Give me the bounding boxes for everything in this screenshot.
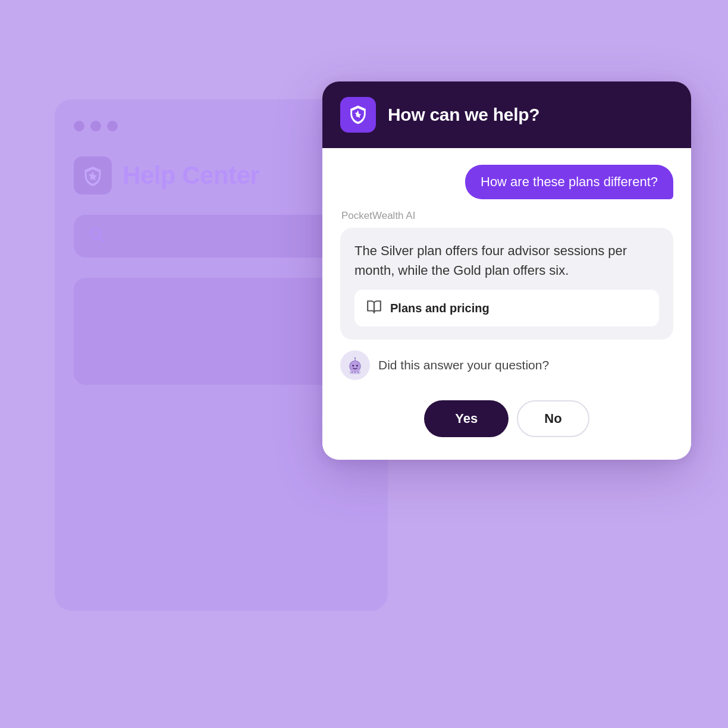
bg-help-center-label: Help Center	[123, 161, 259, 190]
svg-point-2	[350, 361, 360, 372]
bot-question-text: Did this answer your question?	[378, 358, 549, 372]
svg-point-3	[352, 365, 354, 366]
ai-message-text: The Silver plan offers four advisor sess…	[354, 241, 659, 280]
chat-body: How are these plans different? PocketWea…	[322, 148, 691, 460]
ai-message-card: The Silver plan offers four advisor sess…	[340, 228, 673, 340]
chat-header: How can we help?	[322, 81, 691, 148]
dot-2	[90, 121, 101, 131]
bg-shield-icon	[74, 156, 112, 194]
svg-line-1	[99, 237, 103, 241]
svg-point-8	[352, 372, 353, 373]
plans-pricing-label: Plans and pricing	[390, 302, 489, 315]
no-button[interactable]: No	[517, 400, 589, 437]
ai-response-section: PocketWealth AI The Silver plan offers f…	[340, 210, 673, 340]
svg-point-6	[354, 357, 356, 359]
chat-header-title: How can we help?	[388, 105, 539, 125]
ai-sender-name: PocketWealth AI	[341, 210, 673, 222]
answer-buttons-row: Yes No	[340, 391, 673, 442]
plans-pricing-link[interactable]: Plans and pricing	[354, 290, 659, 327]
book-open-icon	[366, 299, 382, 317]
bot-question-row: Did this answer your question?	[340, 350, 673, 380]
scene: Help Center How can we help?	[37, 52, 691, 676]
bg-search-icon	[88, 226, 105, 247]
header-shield-icon	[340, 97, 376, 133]
svg-point-9	[354, 372, 356, 373]
yes-button[interactable]: Yes	[424, 400, 509, 437]
dot-3	[107, 121, 118, 131]
bot-avatar	[340, 350, 370, 380]
user-message-bubble: How are these plans different?	[465, 165, 673, 199]
dot-1	[74, 121, 84, 131]
chat-widget: How can we help? How are these plans dif…	[322, 81, 691, 460]
svg-point-4	[356, 365, 358, 366]
svg-point-10	[357, 372, 359, 373]
